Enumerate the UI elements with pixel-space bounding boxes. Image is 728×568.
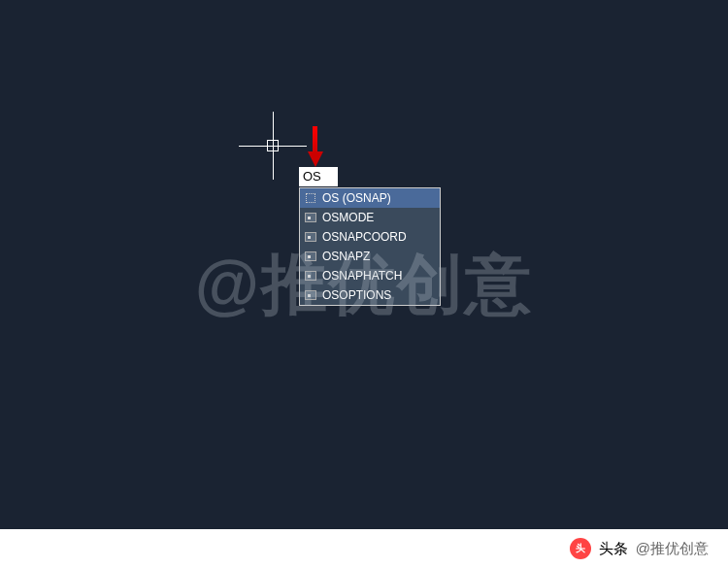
footer-bar: 头 头条 @推优创意 xyxy=(0,529,728,568)
crosshair-pickbox xyxy=(267,140,279,151)
toutiao-logo-icon: 头 xyxy=(570,538,591,559)
footer-brand-label: 头条 xyxy=(599,540,628,558)
dropdown-item-osnap[interactable]: OS (OSNAP) xyxy=(300,188,440,208)
arrow-body xyxy=(313,126,317,153)
dropdown-item-label: OSNAPCOORD xyxy=(322,230,407,244)
autocomplete-dropdown: OS (OSNAP) OSMODE OSNAPCOORD OSNAPZ OSNA… xyxy=(299,187,441,306)
sysvar-icon xyxy=(304,288,317,302)
command-input[interactable]: OS xyxy=(299,167,338,186)
dropdown-item-label: OSMODE xyxy=(322,211,374,224)
dropdown-item-osmode[interactable]: OSMODE xyxy=(300,208,440,227)
sysvar-icon xyxy=(304,230,317,244)
dropdown-item-osoptions[interactable]: OSOPTIONS xyxy=(300,285,440,305)
dropdown-item-label: OSOPTIONS xyxy=(322,288,391,302)
sysvar-icon xyxy=(304,269,317,283)
dropdown-item-osnapcoord[interactable]: OSNAPCOORD xyxy=(300,227,440,247)
dropdown-item-label: OSNAPZ xyxy=(322,250,370,263)
dropdown-item-label: OS (OSNAP) xyxy=(322,191,391,205)
footer-handle: @推优创意 xyxy=(636,540,709,558)
osnap-icon xyxy=(304,191,317,205)
dropdown-item-label: OSNAPHATCH xyxy=(322,269,402,283)
arrow-head-icon xyxy=(308,151,323,167)
dropdown-item-osnaphatch[interactable]: OSNAPHATCH xyxy=(300,266,440,285)
dropdown-item-osnapz[interactable]: OSNAPZ xyxy=(300,247,440,266)
sysvar-icon xyxy=(304,250,317,263)
sysvar-icon xyxy=(304,211,317,224)
